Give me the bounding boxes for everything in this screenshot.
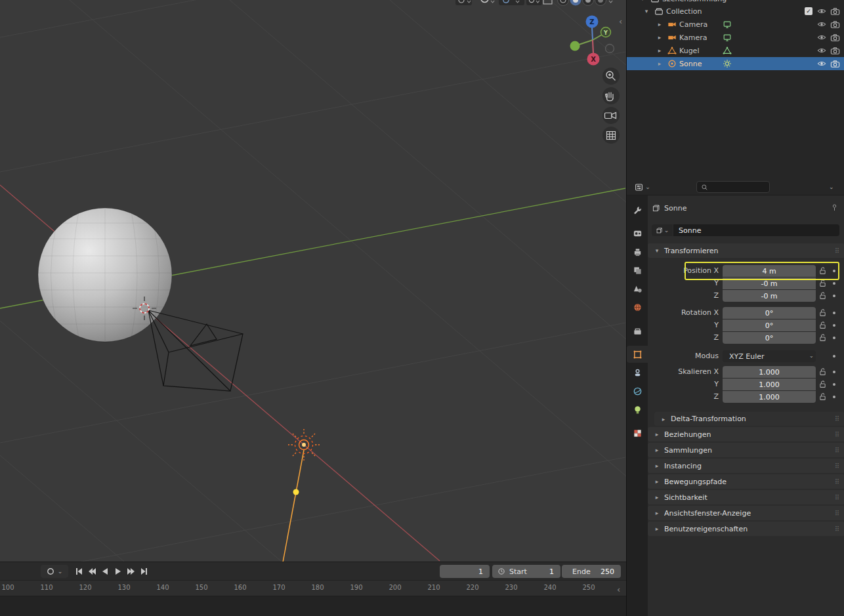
outliner-row-sonne[interactable]: ▸ Sonne [627,57,844,70]
panel-instancing[interactable]: ▸ Instancing ⠿ [648,459,844,473]
lock-icon[interactable] [818,392,827,401]
viewport-canvas[interactable]: Z Y X [0,0,626,562]
lock-icon[interactable] [818,308,827,317]
transform-panel-header[interactable]: ▾ Transformieren ⠿ [648,243,844,258]
object-name-field[interactable]: Sonne [673,224,839,236]
frame-start-field[interactable]: Start 1 [492,565,560,578]
play-button[interactable] [112,565,125,578]
lock-icon[interactable] [818,266,827,275]
panel-drag-dots[interactable]: ⠿ [835,415,839,422]
outliner-item-label[interactable]: Collection [666,7,702,16]
render-camera-icon[interactable] [830,33,840,43]
panel-bewegungspfade[interactable]: ▸ Bewegungspfade ⠿ [648,474,844,489]
jump-to-end-button[interactable] [138,565,151,578]
tab-constraints[interactable] [627,364,648,381]
outliner-row-kugel[interactable]: ▸ Kugel [627,44,844,57]
lock-icon[interactable] [818,321,827,329]
panel-delta-transform[interactable]: ▸ Delta-Transformation ⠿ [654,412,844,426]
animate-dot[interactable] [833,355,835,358]
3d-viewport[interactable]: Z Y X [0,0,626,562]
outliner-row-collection[interactable]: ▾ Collection ✓ [627,5,844,18]
render-camera-icon[interactable] [830,20,840,30]
frame-end-field[interactable]: Ende 250 [562,565,621,578]
disclosure-triangle[interactable]: ▸ [656,60,664,67]
pin-icon[interactable] [830,203,839,212]
tab-collection[interactable] [627,323,648,340]
panel-drag-dots[interactable]: ⠿ [835,447,839,454]
lock-icon[interactable] [818,279,827,287]
jump-to-start-button[interactable] [72,565,85,578]
animate-dot[interactable] [833,282,835,285]
panel-sichtbarkeit[interactable]: ▸ Sichtbarkeit ⠿ [648,490,844,504]
animate-dot[interactable] [833,371,835,373]
ruler-toggle-chevron[interactable]: ‹ [617,585,620,594]
outliner[interactable]: ▾ Szenensammlung ⌄ ▾ Collection ✓ ▸ Came… [626,0,844,178]
tab-output[interactable] [627,243,648,260]
panel-drag-dots[interactable]: ⠿ [835,510,839,517]
panel-viewport-display[interactable]: ▸ Ansichtsfenster-Anzeige ⠿ [648,506,844,520]
object-id-button[interactable]: ⌄ [652,224,673,236]
disclosure-triangle[interactable]: ▾ [639,0,646,2]
timeline-header[interactable]: ⌄ 1 Start 1 Ende 250 [0,562,626,580]
animate-dot[interactable] [833,324,835,327]
zoom-button[interactable] [602,68,620,85]
scale-x-field[interactable]: 1.000 [723,366,816,378]
rotation-y-field[interactable]: 0° [723,319,816,331]
lock-icon[interactable] [818,333,827,342]
timeline-tracks[interactable] [0,596,626,616]
outliner-row-camera[interactable]: ▸ Camera [627,18,844,31]
lock-icon[interactable] [818,380,827,388]
tab-object-properties[interactable] [627,346,648,363]
tab-tool[interactable] [627,201,648,218]
outliner-item-label[interactable]: Camera [679,20,707,29]
position-z-field[interactable]: -0 m [723,290,816,302]
render-camera-icon[interactable] [830,46,840,56]
tab-object-data[interactable] [627,401,648,418]
eye-icon[interactable] [817,7,826,16]
animate-dot[interactable] [833,312,835,314]
panel-custom-properties[interactable]: ▸ Benutzereigenschaften ⠿ [648,522,844,536]
tab-world[interactable] [627,298,648,316]
pan-button[interactable] [602,87,620,104]
auto-keying-button[interactable]: ⌄ [41,565,68,578]
animate-dot[interactable] [833,295,835,297]
sphere-object[interactable] [38,208,172,342]
panel-drag-dots[interactable]: ⠿ [835,525,839,533]
disclosure-triangle[interactable]: ▸ [656,47,664,54]
rotation-z-field[interactable]: 0° [723,332,816,344]
lock-icon[interactable] [818,291,827,300]
lock-icon[interactable] [818,367,827,376]
timeline-ruler[interactable]: 100 110 120 130 140 150 160 170 180 190 … [0,580,626,596]
render-camera-icon[interactable] [830,7,840,16]
collection-checkbox[interactable]: ✓ [805,7,812,15]
animate-dot[interactable] [833,337,835,339]
tab-view-layer[interactable] [627,262,648,279]
scale-z-field[interactable]: 1.000 [723,391,816,403]
tab-scene[interactable] [627,280,648,297]
current-frame-field[interactable]: 1 [440,565,490,578]
panel-sammlungen[interactable]: ▸ Sammlungen ⠿ [648,443,844,457]
disclosure-triangle[interactable]: ▾ [643,8,650,14]
panel-drag-dots[interactable]: ⠿ [835,462,839,470]
header-menu-chevron[interactable]: ⌄ [829,184,834,190]
outliner-item-label[interactable]: Kamera [679,33,707,42]
position-x-field[interactable]: 4 m [723,265,816,277]
eye-icon[interactable] [817,33,826,42]
rotation-x-field[interactable]: 0° [723,307,816,319]
sidebar-toggle-chevron[interactable]: ‹ [619,17,622,26]
disclosure-triangle[interactable]: ▸ [656,21,664,28]
play-reverse-button[interactable] [98,565,112,578]
animate-dot[interactable] [833,270,835,272]
position-y-field[interactable]: -0 m [723,277,816,289]
eye-icon[interactable] [817,20,826,29]
outliner-item-label[interactable]: Sonne [679,60,702,68]
editor-type-button[interactable]: ⌄ [631,181,654,193]
disclosure-triangle[interactable]: ▸ [656,34,664,41]
tab-texture[interactable] [627,424,648,441]
animate-dot[interactable] [833,396,835,398]
rotation-mode-dropdown[interactable]: XYZ Euler [723,350,816,362]
panel-drag-dots[interactable]: ⠿ [835,431,839,438]
next-key-button[interactable] [125,565,138,578]
panel-drag-dots[interactable]: ⠿ [835,494,839,501]
properties-search-input[interactable] [696,181,770,193]
